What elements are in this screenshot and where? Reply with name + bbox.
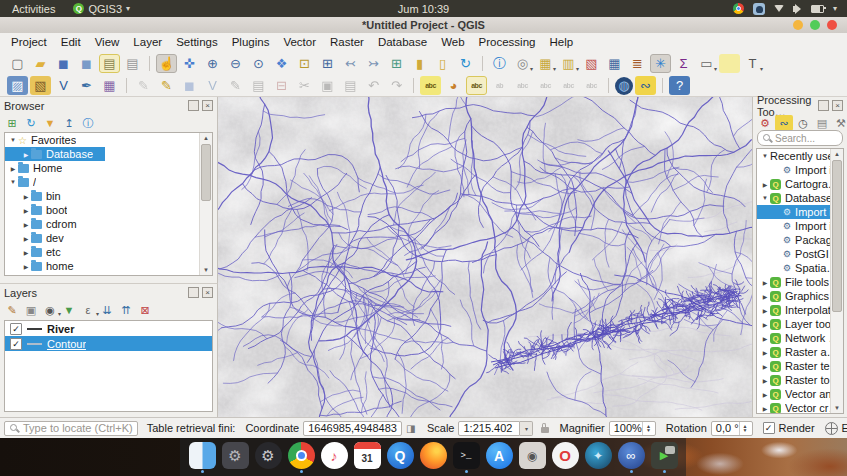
dock-screenshot[interactable]: ◉ <box>518 442 546 473</box>
filter-legend-icon[interactable]: ▼ <box>60 302 78 318</box>
zoom-native-icon[interactable]: ⊙ <box>248 54 269 73</box>
python-scripts-icon[interactable]: ∾ <box>775 115 793 131</box>
history-icon[interactable]: ◷ <box>794 115 812 131</box>
activities-button[interactable]: Activities <box>0 3 67 15</box>
crs-badge[interactable]: EPSG:32652 <box>842 422 847 434</box>
dock-navicat[interactable]: ∞ <box>617 442 645 473</box>
maximize-button[interactable] <box>810 20 820 30</box>
battery-icon[interactable] <box>811 5 824 13</box>
expander-icon[interactable]: ▶ <box>21 193 31 200</box>
layer-item-contour[interactable]: ✓Contour <box>5 336 212 351</box>
statistics-icon[interactable]: Σ <box>673 54 694 73</box>
browser-item-boot[interactable]: ▶boot <box>5 203 212 217</box>
menu-edit[interactable]: Edit <box>54 36 88 48</box>
dock-firefox[interactable] <box>419 442 447 473</box>
scroll-thumb[interactable] <box>201 144 211 201</box>
expander-icon[interactable]: ▼ <box>8 179 18 185</box>
layer-labeling-icon[interactable]: abc <box>420 76 441 95</box>
menu-project[interactable]: Project <box>4 36 54 48</box>
remove-layer-icon[interactable]: ⊠ <box>136 302 154 318</box>
manage-map-themes-icon[interactable]: ◉▾ <box>41 302 59 318</box>
filter-expression-icon[interactable]: ε▾ <box>79 302 97 318</box>
expander-icon[interactable]: ▶ <box>21 207 31 214</box>
scale-combobox[interactable]: 1:215.402 ▾ <box>458 421 533 436</box>
processing-scrollbar[interactable]: ▲ ▼ <box>830 149 843 413</box>
select-by-value-icon[interactable]: ▥▾ <box>558 54 579 73</box>
zoom-next-icon[interactable]: ↣ <box>363 54 384 73</box>
expander-icon[interactable]: ▶ <box>760 293 770 300</box>
browser-item-database[interactable]: ▶Database <box>5 147 105 161</box>
measure-icon[interactable]: ▭▾ <box>696 54 717 73</box>
data-source-manager-icon[interactable]: ▨ <box>7 76 28 95</box>
processing-toolbox-icon[interactable]: ✳ <box>650 54 671 73</box>
map-tips-icon[interactable] <box>719 54 740 73</box>
expander-icon[interactable]: ▶ <box>760 279 770 286</box>
expander-icon[interactable]: ▶ <box>760 391 770 398</box>
dock-opera[interactable]: O <box>551 442 579 473</box>
app-menu[interactable]: Q QGIS3 ▾ <box>67 3 136 15</box>
add-layer-icon[interactable]: ⊞ <box>3 115 21 131</box>
text-annotation-icon[interactable]: T▾ <box>742 54 763 73</box>
refresh-map-icon[interactable]: ↻ <box>455 54 476 73</box>
new-shapefile-layer-icon[interactable]: V <box>53 76 74 95</box>
expander-icon[interactable]: ▶ <box>21 235 31 242</box>
new-geopackage-layer-icon[interactable]: ▧ <box>30 76 51 95</box>
expander-icon[interactable]: ▶ <box>760 307 770 314</box>
expander-icon[interactable]: ▼ <box>8 137 18 143</box>
expand-all-layers-icon[interactable]: ⇊ <box>98 302 116 318</box>
expander-icon[interactable]: ▶ <box>760 181 770 188</box>
scale-value-field[interactable]: 1:215.402 <box>458 421 520 436</box>
close-panel-icon[interactable]: × <box>832 100 843 111</box>
menu-view[interactable]: View <box>88 36 127 48</box>
expander-icon[interactable]: ▶ <box>760 377 770 384</box>
dock-terminal[interactable]: >_ <box>452 442 480 473</box>
expander-icon[interactable]: ▶ <box>21 249 31 256</box>
menu-database[interactable]: Database <box>371 36 434 48</box>
close-panel-icon[interactable]: × <box>202 100 213 111</box>
menu-processing[interactable]: Processing <box>472 36 543 48</box>
filter-browser-icon[interactable]: ▼ <box>41 115 59 131</box>
layer-checkbox[interactable]: ✓ <box>10 323 22 335</box>
browser-item-cdrom[interactable]: ▶cdrom <box>5 217 212 231</box>
dock-finder[interactable] <box>188 442 216 473</box>
print-layout-icon[interactable]: ▤ <box>122 54 143 73</box>
system-menu-caret-icon[interactable]: ▾ <box>833 4 837 13</box>
new-project-icon[interactable]: ▢ <box>7 54 28 73</box>
postgres-tray-icon[interactable] <box>753 3 765 15</box>
browser-item-bin[interactable]: ▶bin <box>5 189 212 203</box>
render-checkbox[interactable]: ✓ Render <box>763 422 815 434</box>
help-icon[interactable]: ? <box>669 76 690 95</box>
results-viewer-icon[interactable]: ▤ <box>813 115 831 131</box>
browser-scrollbar[interactable]: ▲ ▼ <box>199 133 212 275</box>
expander-icon[interactable]: ▶ <box>760 363 770 370</box>
open-layer-styling-icon[interactable]: ✎ <box>3 302 21 318</box>
float-panel-icon[interactable] <box>818 100 829 111</box>
browser-item-home[interactable]: ▶home <box>5 259 212 273</box>
spin-down-icon[interactable]: ▼ <box>743 428 748 432</box>
python-console-icon[interactable]: ∾ <box>635 76 656 95</box>
zoom-to-selection-icon[interactable]: ⊡ <box>294 54 315 73</box>
layer-styling-icon[interactable]: ◕ <box>443 76 464 95</box>
zoom-to-layer-icon[interactable]: ⊞ <box>317 54 338 73</box>
locate-input[interactable]: Type to locate (Ctrl+K) <box>4 421 138 436</box>
expander-icon[interactable]: ▶ <box>8 165 18 172</box>
save-as-icon[interactable]: ◼ <box>76 54 97 73</box>
zoom-in-icon[interactable]: ⊕ <box>202 54 223 73</box>
toggle-editing-icon[interactable]: ✎ <box>156 76 177 95</box>
dock-chrome[interactable] <box>287 442 315 473</box>
save-project-icon[interactable]: ◼ <box>53 54 74 73</box>
open-project-icon[interactable]: ▰ <box>30 54 51 73</box>
expander-icon[interactable]: ▶ <box>21 151 31 158</box>
metasearch-icon[interactable]: ◍ <box>615 77 633 95</box>
layer-checkbox[interactable]: ✓ <box>10 338 22 350</box>
scroll-up-icon[interactable]: ▲ <box>200 133 212 143</box>
properties-widget-icon[interactable]: ⓘ <box>79 115 97 131</box>
dock-q-app[interactable]: Q <box>386 442 414 473</box>
scroll-down-icon[interactable]: ▼ <box>831 403 843 413</box>
magnifier-spinner[interactable]: 100% ▲▼ <box>609 421 656 436</box>
expander-icon[interactable]: ▶ <box>760 335 770 342</box>
options-icon[interactable]: ⚒ <box>832 115 847 131</box>
wifi-icon[interactable] <box>774 5 784 12</box>
pin-labels-icon[interactable]: abc <box>466 76 487 95</box>
zoom-last-icon[interactable]: ↢ <box>340 54 361 73</box>
